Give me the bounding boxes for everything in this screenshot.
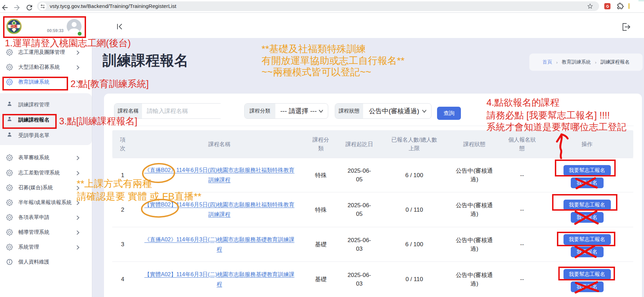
submenu-panel: 訓練課程管理 訓練課程報名 受訓學員名單 [0,93,92,145]
cell-enrolled: 0 / 110 [383,275,446,284]
logout-icon[interactable] [622,22,631,31]
register-for-volunteer-button[interactable]: 我要幫志工報名 [564,269,611,280]
filter-status-label: 課程狀態 [335,104,363,118]
gear-icon [6,199,13,206]
page-title: 訓練課程報名 [103,51,189,70]
gear-icon [6,184,13,191]
table-row: 2 【實體B02】114年6月5日(四)桃園市志願服務社福類特殊教育訓練課程 特… [112,193,633,227]
gear-icon [6,214,13,221]
table-row: 1 《直播B02》114年6月5日(四)桃園市志願服務社福類特殊教育訓練課程 特… [112,158,633,192]
cell-actions: 我要幫志工報名 我要報名 [541,193,633,227]
collapse-sidebar-icon[interactable] [117,23,123,30]
person-icon [7,101,12,107]
browser-toolbar: vsty.tycg.gov.tw/Backend/Training/Traini… [0,0,644,13]
cell-status: 公告中(審核通過) [446,201,503,218]
sidebar: 桃園 00:59:33 志工運用及團隊管理 大型活動召募系統 [0,13,92,297]
cell-course-name: 《直播B02》114年6月5日(四)桃園市志願服務社福類特殊教育訓練課程 [133,165,306,185]
taoyuan-logo: 桃園 [6,19,22,34]
register-for-volunteer-button[interactable]: 我要幫志工報名 [564,234,611,245]
submenu-item-course-register[interactable]: 訓練課程報名 [0,112,92,127]
content-topbar [92,13,644,38]
sidebar-item-label: 大型活動召募系統 [18,64,60,70]
course-link[interactable]: 《直播A02》114年6月3日(二)桃園市志願服務基礎教育訓練課程 [143,235,296,254]
chevron-down-icon [422,109,427,113]
course-name-input[interactable] [142,104,228,118]
chevron-down-icon [319,109,323,113]
sidebar-item-label: 個人資料維護 [18,259,49,265]
register-self-button[interactable]: 我要報名 [571,281,604,292]
person-icon [7,132,12,137]
register-for-volunteer-button[interactable]: 我要幫志工報名 [564,165,611,176]
cell-course-name: 【實體A02】114年6月3日(二)桃園市志願服務基礎教育訓練課程 [133,270,306,289]
cell-personal-status: -- [503,275,541,284]
sidebar-item-attendance[interactable]: 志工差勤管理系統 [0,166,92,180]
cell-status: 公告中(審核通過) [446,271,503,288]
table-row: 3 《直播A02》114年6月3日(二)桃園市志願服務基礎教育訓練課程 基礎 2… [112,227,633,262]
sidebar-item-form-review[interactable]: 表單審核系統 [0,151,92,165]
chevron-right-icon [76,245,79,250]
register-self-button[interactable]: 我要報名 [571,212,604,223]
cell-enrolled: 6 / 100 [383,171,446,180]
breadcrumb-mid: 教育訓練系統 [562,59,591,65]
course-link[interactable]: 【實體B02】114年6月5日(四)桃園市志願服務社福類特殊教育訓練課程 [143,200,296,219]
breadcrumb-home[interactable]: 首頁 [542,59,552,65]
submenu-item-course-mgmt[interactable]: 訓練課程管理 [0,97,92,112]
sidebar-item-counseling[interactable]: 輔導管理系統 [0,225,92,240]
sidebar-item-label: 表單審核系統 [18,154,49,161]
sidebar-item-recruit-match[interactable]: 召募(媒合)系統 [0,181,92,195]
extensions-puzzle-icon[interactable] [617,3,624,9]
sidebar-item-volunteer-mgmt[interactable]: 志工運用及團隊管理 [0,45,92,60]
course-link[interactable]: 【實體A02】114年6月3日(二)桃園市志願服務基礎教育訓練課程 [143,270,296,289]
col-date: 課程起訖日 [336,140,383,148]
forward-icon[interactable] [13,3,21,12]
chevron-right-icon [76,215,79,220]
category-select[interactable]: --- 請選擇 --- [275,104,328,118]
sidebar-item-system-mgmt[interactable]: 系統管理 [0,240,92,255]
category-select-value: --- 請選擇 --- [280,107,317,116]
gear-icon [6,64,13,70]
col-category: 課程分類 [306,135,336,153]
back-icon[interactable] [1,3,9,12]
breadcrumb: 首頁 › 教育訓練系統 › 訓練課程報名 [529,54,643,71]
register-self-button[interactable]: 我要報名 [571,247,604,257]
cell-personal-status: -- [503,240,541,249]
online-status-dot [78,32,82,36]
chevron-right-icon [76,171,79,175]
sidebar-item-label: 半年報/成果報填報系統 [18,199,72,206]
submenu-item-trainee-list[interactable]: 受訓學員名單 [0,128,92,143]
cell-actions: 我要幫志工報名 我要報名 [541,262,633,297]
chevron-right-icon [76,65,79,70]
sidebar-header: 桃園 00:59:33 [0,17,92,41]
search-button[interactable]: 查詢 [437,107,461,120]
status-select-value: 公告中(審核通過) [369,107,419,116]
person-icon [7,116,12,122]
gear-icon [6,244,13,250]
sidebar-item-event-recruit[interactable]: 大型活動召募系統 [0,60,92,75]
sidebar-item-label: 志工差勤管理系統 [18,170,60,176]
gear-icon [6,229,13,236]
sidebar-item-form-apply[interactable]: 各項表單申請 [0,210,92,225]
status-select[interactable]: 公告中(審核通過) [363,104,431,118]
sidebar-item-label: 輔導管理系統 [18,229,49,236]
extension-red-icon[interactable] [604,3,610,9]
url-text: vsty.tycg.gov.tw/Backend/Training/Traini… [50,3,176,9]
content-card: 課程名稱 課程分類 --- 請選擇 --- 課程狀態 公告中(審核通過) [104,94,642,297]
filter-course-name-label: 課程名稱 [114,104,142,118]
course-link[interactable]: 《直播B02》114年6月5日(四)桃園市志願服務社福類特殊教育訓練課程 [143,165,296,185]
register-for-volunteer-button[interactable]: 我要幫志工報名 [564,200,611,210]
cell-actions: 我要幫志工報名 我要報名 [541,227,633,261]
sidebar-item-profile[interactable]: 個人資料維護 [0,255,92,269]
register-self-button[interactable]: 我要報名 [571,178,604,188]
chevron-right-icon [76,156,79,160]
chevron-right-icon [76,186,79,190]
bookmark-star-icon[interactable] [587,3,593,9]
sidebar-item-education-training[interactable]: 教育訓練系統 [0,75,92,89]
site-info-icon[interactable] [39,2,47,10]
reload-icon[interactable] [25,3,34,12]
address-bar[interactable]: vsty.tycg.gov.tw/Backend/Training/Traini… [37,1,599,11]
sidebar-item-label: 志工運用及團隊管理 [18,49,65,56]
cell-date: 2025-06-03 [336,271,383,288]
cell-status: 公告中(審核通過) [446,236,503,253]
col-actions: 操作 [541,140,633,148]
sidebar-item-semiannual-report[interactable]: 半年報/成果報填報系統 [0,195,92,210]
